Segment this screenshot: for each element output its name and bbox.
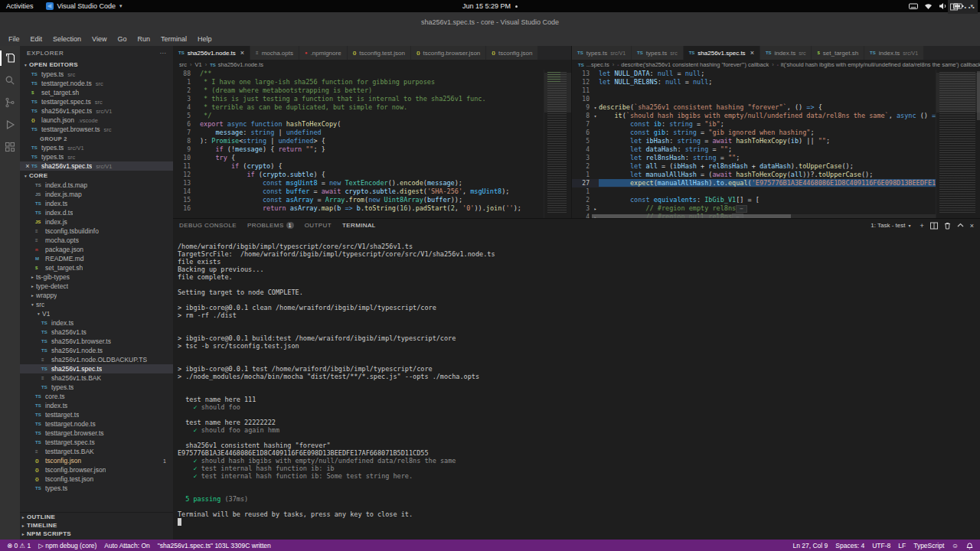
code-line[interactable]: 10 try { (173, 154, 544, 162)
code-line[interactable]: 5 let ibHash: string = await hashToHexCo… (572, 137, 936, 145)
fold-icon[interactable] (592, 145, 599, 154)
editor-tab[interactable]: TS types.ts src/V1 (572, 46, 632, 60)
code-line[interactable]: 10 (572, 95, 936, 103)
code-line[interactable]: 2 let all = (ibHash + rel8nsHash + dataH… (572, 162, 936, 171)
panel-tab[interactable]: PROBLEMS 1 (247, 222, 294, 229)
fold-icon[interactable]: ▸ (592, 204, 599, 213)
status-item[interactable]: LF (894, 542, 910, 549)
close-editor-icon[interactable]: × (24, 162, 31, 170)
code-line[interactable]: 3 ▸ // #region empty rel8ns ⋯ (572, 204, 936, 213)
code-line[interactable]: 27 expect(manualAllHash).to.equal('E9757… (572, 179, 936, 187)
fold-icon[interactable] (193, 171, 200, 179)
fold-icon[interactable] (592, 95, 599, 103)
code-line[interactable]: 8 ): Promise<string | undefined> { (173, 137, 544, 145)
explorer-file-row[interactable]: ≡ sha256v1.node.OLDBACKUP.TS (20, 355, 173, 364)
open-editor-item[interactable]: TS testtarget.browser.ts src (20, 125, 173, 134)
explorer-file-row[interactable]: TS sha256v1.node.ts (20, 346, 173, 355)
fold-icon[interactable] (193, 137, 200, 145)
code-line[interactable]: 1 (572, 187, 936, 196)
explorer-file-row[interactable]: ▸ type-detect (20, 282, 173, 291)
editor-tab[interactable]: {} tsconfig.test.json (348, 46, 411, 60)
explorer-file-row[interactable]: TS index.ts (20, 401, 173, 410)
breadcrumb-item[interactable]: ◦ it('should hash ibgibs with empty/null… (769, 61, 980, 68)
explorer-file-row[interactable]: {} tsconfig.json 1 (20, 456, 173, 465)
fold-icon[interactable] (193, 154, 200, 162)
fold-icon[interactable] (592, 86, 599, 95)
code-line[interactable]: 88 /** (173, 70, 544, 78)
panel-tab[interactable]: DEBUG CONSOLE (179, 222, 237, 229)
menu-item[interactable]: Run (132, 35, 155, 43)
breadcrumb-item[interactable]: TS ...spec.ts (578, 61, 609, 68)
status-item[interactable]: Ln 27, Col 9 (789, 542, 831, 549)
explorer-file-row[interactable]: n package.json (20, 245, 173, 254)
fold-icon[interactable] (592, 137, 599, 145)
open-editor-item[interactable]: $ set_target.sh (20, 88, 173, 97)
code-line[interactable]: 11 (572, 86, 936, 95)
code-line[interactable]: 7 const ib: string = "ib"; (572, 120, 936, 129)
code-line[interactable]: 13 const msgUint8 = new TextEncoder().en… (173, 179, 544, 187)
status-item[interactable]: UTF-8 (868, 542, 894, 549)
fold-icon[interactable] (193, 103, 200, 112)
status-item[interactable]: Auto Attach: On (100, 542, 154, 549)
close-tab-icon[interactable]: × (240, 49, 244, 57)
code-line[interactable]: 1 let manualAllHash = (await hashToHexCo… (572, 171, 936, 179)
code-line[interactable]: 12 let NULL_REL8NS: null = null; (572, 78, 936, 86)
search-icon[interactable] (4, 74, 16, 86)
status-item[interactable]: ▷ npm debug (core) (34, 542, 100, 549)
fold-icon[interactable] (193, 95, 200, 103)
split-terminal-icon[interactable] (930, 222, 938, 230)
activities-button[interactable]: Activities (6, 2, 34, 10)
explorer-file-row[interactable]: ▸ wrappy (20, 291, 173, 300)
code-line[interactable]: 5 */ (173, 112, 544, 120)
menu-item[interactable]: View (87, 35, 112, 43)
explorer-file-row[interactable]: TS core.ts (20, 392, 173, 401)
panel-tab[interactable]: OUTPUT (305, 222, 332, 229)
open-editors-header[interactable]: ▾ OPEN EDITORS (20, 60, 173, 70)
minimap-slider[interactable] (936, 73, 980, 112)
status-item[interactable]: "sha256v1.spec.ts" 103L 3309C written (154, 542, 275, 549)
fold-icon[interactable] (592, 78, 599, 86)
explorer-file-row[interactable]: $ set_target.sh (20, 263, 173, 272)
explorer-file-row[interactable]: {} tsconfig.test.json (20, 474, 173, 484)
fold-icon[interactable] (193, 129, 200, 137)
explorer-file-row[interactable]: TS index.d.ts.map (20, 181, 173, 190)
fold-icon[interactable] (193, 86, 200, 95)
open-editor-item[interactable]: TS types.ts src/V1 (20, 143, 173, 152)
maximize-panel-icon[interactable] (957, 222, 964, 229)
explorer-file-row[interactable]: TS testtarget.node.ts (20, 419, 173, 429)
system-tray[interactable]: ▾ (909, 2, 980, 10)
fold-icon[interactable] (592, 120, 599, 129)
sidebar-section-header[interactable]: ▸ TIMELINE (20, 521, 173, 530)
code-line[interactable]: 9 ▾ describe(`sha256v1 consistent hashin… (572, 103, 936, 112)
fold-icon[interactable] (592, 129, 599, 137)
menu-item[interactable]: Edit (25, 35, 48, 43)
code-line[interactable]: 13 let NULL_DATA: null = null; (572, 70, 936, 78)
explorer-file-row[interactable]: ≡ mocha.opts (20, 236, 173, 245)
code-line[interactable]: 3 let rel8nsHash: string = ""; (572, 154, 936, 162)
minimap[interactable] (544, 70, 571, 218)
explorer-file-row[interactable]: JS index.js.map (20, 190, 173, 199)
explorer-file-row[interactable]: TS sha256v1.spec.ts (20, 364, 173, 373)
code-line[interactable]: 2 * (dream where metabootstrapping is be… (173, 86, 544, 95)
fold-icon[interactable]: ▾ (592, 103, 599, 112)
vertical-scrollbar[interactable] (977, 71, 980, 120)
code-line[interactable]: 3 * this is just testing a function that… (173, 95, 544, 103)
editor-left-code[interactable]: 88 /** 1 * I have one large-ish sha256 f… (173, 70, 571, 218)
fold-icon[interactable] (193, 112, 200, 120)
fold-icon[interactable] (592, 154, 599, 162)
fold-icon[interactable] (592, 70, 599, 78)
status-item[interactable]: ☺ (948, 542, 962, 549)
editor-tab[interactable]: {} tsconfig.json (486, 46, 538, 60)
breadcrumb[interactable]: TS ...spec.ts ◦ describe('sha256v1 consi… (572, 60, 980, 70)
code-line[interactable]: 14 const buffer = await crypto.subtle.di… (173, 187, 544, 196)
open-editor-item[interactable]: TS testtarget.spec.ts src (20, 97, 173, 106)
run-debug-icon[interactable] (4, 119, 16, 131)
editor-tab[interactable]: TS index.ts src (760, 46, 812, 60)
terminal-output[interactable]: /home/wraiford/ibgib/impl/typescript/cor… (173, 232, 980, 540)
code-line[interactable]: 7 message: string | undefined (173, 129, 544, 137)
open-editor-item[interactable]: TS testtarget.node.ts src (20, 79, 173, 88)
menu-item[interactable]: File (3, 35, 25, 43)
code-line[interactable]: 12 if (crypto.subtle) { (173, 171, 544, 179)
explorer-file-row[interactable]: JS index.js (20, 217, 173, 227)
fold-icon[interactable] (592, 196, 599, 204)
